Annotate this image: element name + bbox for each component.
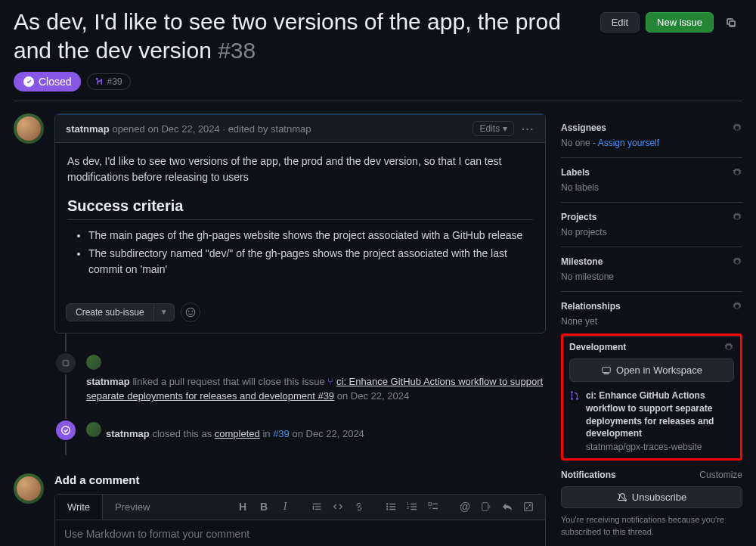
reference-icon[interactable]: [476, 496, 497, 517]
reply-icon[interactable]: [497, 496, 518, 517]
svg-point-25: [571, 398, 573, 400]
assign-yourself-link[interactable]: Assign yourself: [598, 138, 659, 148]
comment-menu-icon[interactable]: ···: [522, 123, 534, 135]
new-issue-button[interactable]: New issue: [646, 12, 714, 33]
svg-point-5: [386, 506, 388, 507]
success-criteria-heading: Success criteria: [67, 197, 533, 220]
criteria-item: The subdirectory named "dev/" of the gh-…: [88, 246, 533, 277]
svg-point-4: [386, 504, 388, 505]
assignees-empty: No one -: [561, 138, 598, 148]
development-section: Development Open in Workspace ci: Enhanc…: [561, 333, 742, 461]
svg-rect-22: [603, 367, 611, 372]
gear-icon[interactable]: [732, 123, 742, 133]
status-badge-closed: Closed: [14, 72, 81, 92]
sub-issue-caret[interactable]: ▼: [154, 303, 175, 321]
unordered-list-icon[interactable]: [380, 496, 401, 517]
criteria-item: The main pages of the gh-pages website s…: [88, 228, 533, 243]
gear-icon[interactable]: [732, 256, 742, 267]
svg-rect-8: [389, 507, 395, 507]
milestone-empty: No milestone: [561, 271, 742, 282]
comment-meta: opened on Dec 22, 2024 · edited by statn…: [110, 123, 311, 135]
status-label: Closed: [39, 76, 72, 88]
development-heading: Development: [569, 342, 626, 352]
italic-icon[interactable]: I: [274, 496, 296, 517]
svg-rect-14: [411, 509, 417, 510]
gear-icon[interactable]: [732, 301, 742, 312]
fullscreen-icon[interactable]: [518, 496, 539, 517]
closed-in-pr-link[interactable]: #39: [273, 428, 290, 439]
relationships-heading: Relationships: [561, 301, 621, 312]
event-date: on Dec 22, 2024: [290, 428, 364, 439]
code-icon[interactable]: [327, 496, 349, 517]
linked-pr-badge[interactable]: #39: [87, 73, 131, 90]
comment-textarea[interactable]: [55, 520, 545, 546]
projects-empty: No projects: [561, 227, 742, 237]
link-icon[interactable]: [349, 496, 370, 517]
event-action: linked a pull request that will close th…: [130, 376, 328, 387]
dev-pr-repo: statnmap/gpx-traces-website: [586, 442, 734, 452]
event-author[interactable]: statnmap: [106, 428, 150, 439]
issue-title-text: As dev, I'd like to see two versions of …: [14, 9, 561, 63]
copy-link-icon[interactable]: [720, 11, 742, 33]
issue-title: As dev, I'd like to see two versions of …: [14, 8, 591, 64]
mention-icon[interactable]: @: [454, 496, 476, 517]
add-comment-heading: Add a comment: [54, 473, 546, 486]
notifications-desc: You're receiving notifications because y…: [561, 514, 742, 538]
quote-icon[interactable]: [306, 496, 327, 517]
criteria-list: The main pages of the gh-pages website s…: [67, 228, 533, 277]
merge-icon: [95, 77, 104, 86]
closed-event-icon: [54, 419, 77, 442]
gear-icon[interactable]: [732, 167, 742, 178]
bell-slash-icon: [617, 492, 627, 503]
svg-rect-13: [411, 507, 417, 507]
svg-rect-9: [389, 509, 395, 510]
tab-preview[interactable]: Preview: [103, 495, 162, 520]
unsubscribe-button[interactable]: Unsubscribe: [561, 486, 742, 508]
comment-body-text: As dev, I'd like to see two versions of …: [67, 154, 533, 185]
svg-rect-18: [482, 503, 488, 511]
heading-icon[interactable]: H: [232, 496, 253, 517]
edits-dropdown[interactable]: Edits ▾: [472, 121, 514, 136]
event-author[interactable]: statnmap: [86, 376, 130, 387]
tab-write[interactable]: Write: [55, 495, 103, 520]
comment-author[interactable]: statnmap: [66, 123, 110, 135]
labels-heading: Labels: [561, 167, 590, 178]
workspace-icon: [601, 365, 612, 376]
svg-point-1: [188, 311, 190, 312]
svg-point-6: [386, 509, 388, 510]
svg-rect-7: [389, 504, 395, 504]
issue-number: #38: [218, 38, 256, 63]
labels-empty: No labels: [561, 182, 742, 193]
check-circle-icon: [23, 76, 35, 88]
relationships-empty: None yet: [561, 316, 742, 327]
gear-icon[interactable]: [723, 342, 734, 352]
edit-button[interactable]: Edit: [600, 12, 640, 33]
issue-body-comment: statnmap opened on Dec 22, 2024 · edited…: [54, 113, 546, 333]
create-sub-issue-button[interactable]: Create sub-issue: [66, 303, 154, 321]
ordered-list-icon[interactable]: 12: [401, 496, 423, 517]
svg-text:2: 2: [407, 505, 409, 510]
projects-heading: Projects: [561, 212, 596, 222]
tasklist-icon[interactable]: [423, 496, 444, 517]
event-author-avatar[interactable]: [86, 422, 101, 437]
event-author-avatar[interactable]: [86, 355, 101, 370]
gear-icon[interactable]: [732, 212, 742, 222]
open-workspace-label: Open in Workspace: [616, 365, 702, 376]
event-date: on Dec 22, 2024: [334, 390, 409, 402]
completed-link[interactable]: completed: [215, 428, 260, 439]
svg-rect-17: [432, 508, 438, 509]
chevron-down-icon: ▾: [503, 123, 507, 134]
svg-rect-12: [411, 504, 417, 504]
dev-linked-pr[interactable]: ci: Enhance GitHub Actions workflow to s…: [569, 389, 734, 452]
svg-point-0: [186, 308, 194, 316]
bold-icon[interactable]: B: [253, 496, 274, 517]
customize-link[interactable]: Customize: [699, 470, 742, 480]
author-avatar[interactable]: [14, 113, 44, 144]
event-action2: in: [260, 428, 273, 439]
open-workspace-button[interactable]: Open in Workspace: [569, 358, 734, 382]
current-user-avatar[interactable]: [14, 473, 44, 504]
svg-rect-15: [429, 503, 432, 506]
svg-rect-16: [432, 504, 438, 504]
svg-point-2: [191, 311, 193, 312]
add-reaction-button[interactable]: [181, 302, 200, 322]
